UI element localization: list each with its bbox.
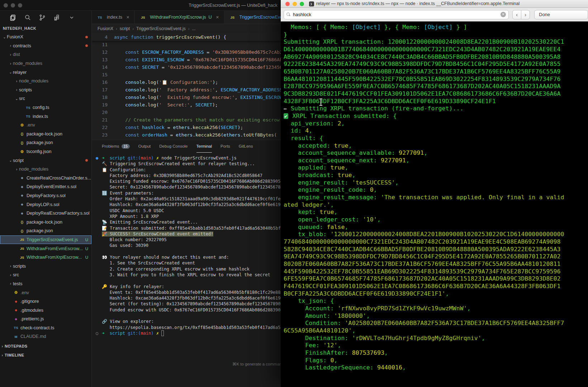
panel-tab-output[interactable]: Output [138,140,151,153]
minimize-button[interactable] [11,3,15,8]
terminal-line: 6FE559F9EA7C0B6574685F74785F686173687D20… [284,275,588,283]
breadcrumb-item[interactable]: script [120,26,130,31]
file-tree-item[interactable]: ◆DeployEventEmitter.s.sol [0,182,91,191]
zoom-button[interactable] [18,3,22,8]
editor-tab[interactable]: TSindex.ts✕ [92,11,135,24]
file-tree-item[interactable]: ⌄src [0,94,91,103]
panel-tab-problems[interactable]: Problems15 [102,140,130,153]
file-tree-item-label: src [13,272,19,277]
file-tree-item[interactable]: ◆CreateRealCrossChainOrder.s... [0,174,91,183]
terminal-line: Submitting XRPL transaction: 12000122000… [284,38,588,46]
extensions-icon[interactable] [53,14,61,21]
chevron-right-icon: › [0,344,5,348]
panel-tab-ports[interactable]: Ports [220,140,230,153]
chevron-right-icon: › [8,44,13,48]
js-file-icon: JS [19,238,25,242]
file-tree-item[interactable]: JSWithdrawFromXrplEscrow...U [0,253,91,262]
file-tree-item[interactable]: ›node_modules [0,77,91,86]
file-tree-item[interactable]: ›scripts [0,262,91,271]
file-tree-item[interactable]: MCLAUDE.md [0,332,91,341]
file-tree-item-label: WithdrawFromXrplEscrow... [27,255,82,260]
file-tree-item[interactable]: ◆DeployFactory.s.sol [0,191,91,200]
files-icon[interactable] [9,14,16,21]
search-field[interactable]: hashlock ✕ [284,10,509,19]
breadcrumb-item[interactable]: FusionX [98,26,113,31]
file-tree-item[interactable]: ›dist [0,50,91,59]
file-tree-item[interactable]: ◆.gitignore [0,297,91,306]
done-button[interactable]: Done [534,10,588,19]
terminal-line: tx_blob: '120001220000000024008D8EA2201B… [284,231,588,238]
file-tree-item[interactable]: {}package-lock.json [0,130,91,139]
search-icon[interactable] [24,14,31,21]
find-previous-button[interactable]: ‹ [512,10,521,19]
file-tree-item[interactable]: JSTriggerSrcEscrowEvent.jsU [0,235,91,244]
file-tree-item[interactable]: ›contracts [0,42,91,51]
breadcrumb-item[interactable]: TriggerSrcEscrowEvent.js [136,26,186,31]
zoom-button[interactable] [300,2,304,6]
panel-tab-terminal[interactable]: Terminal [196,140,212,153]
file-tree-item[interactable]: {}package.json [0,138,91,147]
terminal-line: 77406840000000000000000C7321EDC243D4AB07… [284,238,588,246]
chevron-down-icon[interactable] [68,14,75,21]
chevron-down-icon: ⌄ [14,97,19,101]
close-tab-icon[interactable]: ✕ [216,15,219,20]
file-tree-item[interactable]: ◆DeployRealEscrowFactory.s.sol [0,209,91,218]
search-query[interactable]: hashlock [293,12,498,17]
find-next-button[interactable]: › [521,10,530,19]
source-control-icon[interactable] [39,14,46,21]
terminal-line: account_sequence_next: 9277091, [284,157,588,164]
file-tree-item[interactable]: TSindex.ts [0,112,91,121]
search-icon [286,13,290,16]
file-tree-item-label: FusionX [7,34,23,39]
file-tree-item[interactable]: ◆.gitmodules [0,306,91,315]
chevron-right-icon: › [132,27,134,31]
file-tree-item[interactable]: ⚙tsconfig.json [0,147,91,156]
file-tree-item-label: package.json [27,140,53,145]
vscode-window-controls [4,3,22,8]
file-tree-item-label: scripts [19,87,32,92]
breadcrumb-item[interactable]: ... [192,26,195,31]
file-tree-item[interactable]: ›scripts [0,86,91,95]
terminal-line: ✔ XRPL Transaction submitted: { [284,113,588,120]
terminal-line: 8020B7E060A60BB7A82F536A73C17BDE37A1B6CF… [284,261,588,268]
file-tree-item[interactable]: ⌄script [0,156,91,165]
find-bar: hashlock ✕ ‹ › Done [281,8,588,22]
close-button[interactable] [285,2,290,6]
panel-tab-gitlens[interactable]: GitLens [239,140,253,153]
file-tree-item[interactable]: ›tests [0,280,91,288]
notepads-section-header[interactable]: › NOTEPADS [0,342,91,351]
panel-tab-debug-console[interactable]: Debug Console [159,140,188,153]
close-tab-icon[interactable]: ✕ [126,15,129,20]
file-tree-item[interactable]: ›node_modules [0,59,91,68]
file-tree-item[interactable]: ⚙.env [0,288,91,297]
terminal-line: ated ledger.', [284,201,588,209]
clear-search-icon[interactable]: ✕ [501,12,506,17]
file-tree-item[interactable]: ›node_modules [0,165,91,174]
editor-tab[interactable]: JSWithdrawFromXrplEscrow.jsU✕ [135,11,224,24]
file-tree-item[interactable]: TSconfig.ts [0,103,91,112]
terminal-line: api_version: 2, [284,120,588,128]
sol-file-icon: ◆ [19,212,25,215]
file-tree-item[interactable]: ⚙.env [0,121,91,130]
file-tree-item[interactable]: ⌄relayer [0,68,91,77]
terminal-output[interactable]: Memos: [ { Memo: [Object] }, { Memo: [Ob… [281,22,588,387]
file-tree-item[interactable]: {}package-lock.json [0,218,91,226]
file-tree-item[interactable]: JSWithdrawFromEvmEscrow...U [0,244,91,253]
file-tree-item[interactable]: ›src [0,271,91,280]
json-file-icon: {} [19,229,25,233]
file-tree-item-label: node_modules [19,78,48,83]
file-tree-item[interactable]: TScheck-contract.ts [0,324,91,333]
close-button[interactable] [4,3,8,8]
chevron-right-icon: › [8,264,13,268]
file-tree-item-label: .gitignore [20,299,39,304]
file-tree-item[interactable]: {}package.json [0,226,91,235]
terminal-proxy-icon [309,1,314,6]
terminal-line: engine_result_message: 'The transaction … [284,194,588,201]
file-tree-item[interactable]: ◆.prettierrc.js [0,315,91,324]
explorer-section-header[interactable]: NITEDEFI_HACK [0,24,91,33]
timeline-section-header[interactable]: › TIMELINE [0,351,91,360]
file-tree-item[interactable]: ◆DeployLOP.s.sol [0,200,91,209]
file-tree-item[interactable]: ⌄FusionX [0,33,91,42]
minimize-button[interactable] [293,2,297,6]
terminal-line: account_sequence_available: 9277091, [284,149,588,157]
